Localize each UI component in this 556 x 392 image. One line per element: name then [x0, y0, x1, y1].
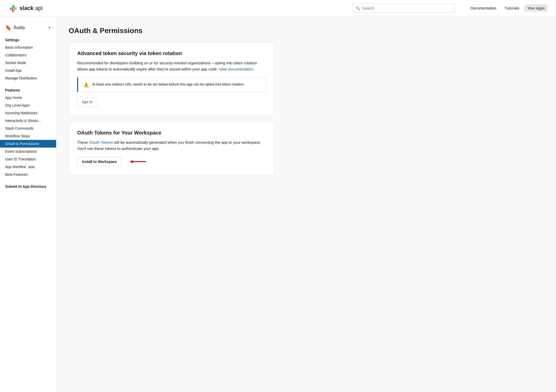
sidebar-item-org-level-apps[interactable]: Org Level Apps	[0, 101, 56, 109]
sidebar-item-app-manifest[interactable]: App ManifestNEW	[0, 163, 56, 171]
sidebar-section-settings: Settings Basic Information Collaborators…	[0, 36, 56, 82]
header: slack api 🔍 Documentation Tutorials Your…	[0, 0, 556, 16]
app-selector[interactable]: 🔖 Buddy ▼	[0, 23, 56, 36]
search-area: 🔍	[353, 4, 455, 13]
page-title: OAuth & Permissions	[69, 27, 275, 35]
sidebar-section-features: Features App Home Org Level Apps Incomin…	[0, 86, 56, 178]
nav-documentation[interactable]: Documentation	[467, 4, 499, 12]
sidebar-item-app-home[interactable]: App Home	[0, 94, 56, 101]
oauth-tokens-card: OAuth Tokens for Your Workspace These OA…	[69, 121, 275, 175]
token-security-description: Recommended for developers building on o…	[77, 60, 266, 72]
sidebar-item-user-id-translation[interactable]: User ID Translation	[0, 155, 56, 163]
slack-logo-icon	[8, 4, 17, 13]
warning-icon: ⚠️	[83, 82, 89, 88]
alert-box: ⚠️ At least one redirect URL needs to be…	[77, 77, 266, 92]
red-arrow-icon	[128, 158, 148, 165]
install-to-workspace-button[interactable]: Install to Workspace	[77, 157, 122, 167]
sidebar-item-oauth-permissions[interactable]: OAuth & Permissions	[0, 140, 56, 148]
logo-text: slack api	[19, 5, 43, 12]
header-nav: Documentation Tutorials Your Apps	[467, 4, 548, 12]
search-icon: 🔍	[356, 6, 360, 10]
sidebar-item-manage-distribution[interactable]: Manage Distribution	[0, 74, 56, 82]
arrow-indicator	[128, 158, 148, 165]
alert-text: At least one redirect URL needs to be se…	[92, 82, 244, 87]
sidebar-item-socket-mode[interactable]: Socket Mode	[0, 59, 56, 67]
logo[interactable]: slack api	[8, 4, 43, 13]
sidebar-section-title-features: Features	[0, 86, 56, 94]
oauth-tokens-description: These OAuth Tokens will be automatically…	[77, 139, 266, 152]
sidebar-section-title-settings: Settings	[0, 36, 56, 44]
sidebar-item-event-subscriptions[interactable]: Event Subscriptions	[0, 148, 56, 155]
sidebar-item-beta-features[interactable]: Beta Features	[0, 171, 56, 178]
layout: 🔖 Buddy ▼ Settings Basic Information Col…	[0, 16, 556, 392]
main-content: OAuth & Permissions Advanced token secur…	[56, 16, 287, 392]
sidebar-item-basic-information[interactable]: Basic Information	[0, 44, 56, 51]
token-security-title: Advanced token security via token rotati…	[77, 50, 266, 56]
sidebar-item-slash-commands[interactable]: Slash Commands	[0, 125, 56, 132]
sidebar: 🔖 Buddy ▼ Settings Basic Information Col…	[0, 16, 56, 392]
new-badge: NEW	[27, 166, 36, 169]
svg-marker-1	[130, 160, 133, 163]
sidebar-item-workflow-steps[interactable]: Workflow Steps	[0, 132, 56, 140]
view-documentation-link[interactable]: View documentation.	[219, 67, 254, 71]
sidebar-item-incoming-webhooks[interactable]: Incoming Webhooks	[0, 109, 56, 117]
token-security-card: Advanced token security via token rotati…	[69, 42, 275, 115]
chevron-down-icon: ▼	[48, 26, 51, 29]
nav-tutorials[interactable]: Tutorials	[501, 4, 522, 12]
nav-your-apps[interactable]: Your Apps	[524, 4, 548, 12]
sidebar-item-install-app[interactable]: Install App	[0, 67, 56, 74]
sidebar-item-collaborators[interactable]: Collaborators	[0, 51, 56, 59]
install-row: Install to Workspace	[77, 157, 266, 167]
app-name-label: Buddy	[14, 25, 46, 30]
oauth-tokens-link[interactable]: OAuth Tokens	[89, 140, 113, 145]
app-icon: 🔖	[5, 25, 12, 31]
search-input[interactable]	[353, 4, 455, 13]
sidebar-section-title-submit: Submit to App Directory	[0, 182, 56, 190]
sidebar-item-interactivity[interactable]: Interactivity & Shortc...	[0, 117, 56, 125]
oauth-tokens-title: OAuth Tokens for Your Workspace	[77, 130, 266, 136]
opt-in-button[interactable]: Opt In	[77, 97, 97, 107]
sidebar-section-submit: Submit to App Directory	[0, 182, 56, 190]
